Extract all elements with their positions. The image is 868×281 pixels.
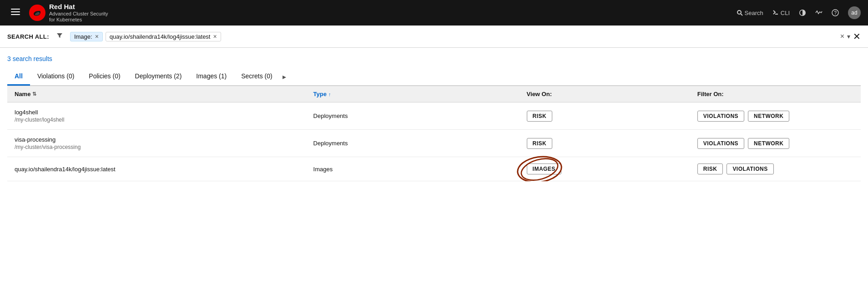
cli-button[interactable]: CLI (772, 10, 790, 16)
search-all-label: SEARCH ALL: (7, 33, 49, 40)
th-name-label: Name (15, 91, 30, 97)
row2-path: /my-cluster/visa-processing (15, 144, 299, 150)
th-name: Name ⇅ (7, 86, 306, 102)
row3-filteron-cell: RISK VIOLATIONS (690, 157, 861, 181)
row2-filteron-cell: VIOLATIONS NETWORK (690, 130, 861, 157)
row3-type: Images (313, 166, 333, 173)
row3-images-button[interactable]: IMAGES (527, 163, 561, 174)
row2-type: Deployments (313, 140, 348, 147)
th-filter-on-label: Filter On: (697, 91, 724, 97)
tab-more-button[interactable]: ▸ (280, 69, 289, 85)
row1-name-cell: log4shell /my-cluster/log4shell (7, 102, 306, 130)
search-bar: SEARCH ALL: Image: × quay.io/shailendra1… (0, 26, 868, 48)
brand-title: Red Hat (49, 3, 108, 11)
row1-type-cell: Deployments (306, 102, 520, 130)
table-row: log4shell /my-cluster/log4shell Deployme… (7, 102, 861, 130)
chip-value-close[interactable]: × (212, 33, 217, 40)
svg-rect-2 (11, 14, 20, 15)
topnav-actions: Search CLI ? ad (737, 6, 861, 19)
type-sort-icon[interactable]: ↑ (328, 92, 331, 97)
table-row: visa-processing /my-cluster/visa-process… (7, 130, 861, 157)
table-row: quay.io/shailendra14k/log4jissue:latest … (7, 157, 861, 181)
row1-name: log4shell (15, 109, 299, 116)
search-button[interactable]: Search (737, 10, 763, 16)
theme-toggle[interactable] (799, 9, 806, 16)
searchbar-clear-button[interactable]: × (840, 32, 844, 41)
row1-risk-button[interactable]: RISK (527, 111, 553, 122)
svg-line-5 (741, 14, 742, 16)
brand-subtitle2: for Kubernetes (49, 17, 108, 23)
brand-text: Red Hat Advanced Cluster Security for Ku… (49, 3, 108, 23)
row1-filteron-cell: VIOLATIONS NETWORK (690, 102, 861, 130)
row1-type: Deployments (313, 112, 348, 119)
row2-name: visa-processing (15, 136, 299, 143)
th-view-on-label: View On: (527, 91, 552, 97)
chip-filter-label: Image: (74, 33, 92, 40)
row2-violations-button[interactable]: VIOLATIONS (697, 138, 744, 149)
row1-violations-button[interactable]: VIOLATIONS (697, 111, 744, 122)
row2-network-button[interactable]: NETWORK (748, 138, 789, 149)
results-table: Name ⇅ Type ↑ View On: Filter On: (7, 86, 861, 181)
chip-image-filter: Image: × (70, 32, 103, 41)
redhat-logo (29, 5, 45, 21)
row3-violations-button[interactable]: VIOLATIONS (727, 163, 773, 174)
row2-name-cell: visa-processing /my-cluster/visa-process… (7, 130, 306, 157)
searchbar-actions: × ▾ ✕ (840, 31, 861, 42)
activity-icon[interactable] (815, 9, 823, 16)
results-section: 3 search results All Violations (0) Poli… (0, 48, 868, 181)
row3-risk-button[interactable]: RISK (697, 163, 723, 174)
th-filter-on: Filter On: (690, 86, 861, 102)
row2-risk-button[interactable]: RISK (527, 138, 553, 149)
avatar[interactable]: ad (848, 6, 861, 19)
th-type-label: Type (313, 91, 327, 97)
svg-text:?: ? (834, 10, 837, 15)
tab-deployments[interactable]: Deployments (2) (128, 68, 189, 86)
chip-filter-close[interactable]: × (94, 33, 99, 40)
help-button[interactable]: ? (832, 9, 839, 16)
tab-images[interactable]: Images (1) (189, 68, 234, 86)
row3-viewon-cell: IMAGES (520, 157, 690, 181)
svg-rect-1 (11, 11, 20, 12)
tab-policies[interactable]: Policies (0) (81, 68, 127, 86)
tab-violations[interactable]: Violations (0) (30, 68, 81, 86)
th-view-on: View On: (520, 86, 690, 102)
brand-subtitle1: Advanced Cluster Security (49, 11, 108, 17)
row3-name: quay.io/shailendra14k/log4jissue:latest (15, 166, 299, 173)
svg-rect-0 (11, 9, 20, 10)
row3-name-cell: quay.io/shailendra14k/log4jissue:latest (7, 157, 306, 181)
svg-point-4 (737, 10, 741, 14)
searchbar-close-button[interactable]: ✕ (853, 31, 861, 42)
filter-icon-button[interactable] (55, 31, 65, 41)
row2-type-cell: Deployments (306, 130, 520, 157)
tab-secrets[interactable]: Secrets (0) (234, 68, 279, 86)
searchbar-dropdown-button[interactable]: ▾ (847, 33, 850, 40)
row3-type-cell: Images (306, 157, 520, 181)
row2-viewon-cell: RISK (520, 130, 690, 157)
row1-viewon-cell: RISK (520, 102, 690, 130)
search-chips: Image: × quay.io/shailendra14k/log4jissu… (70, 32, 835, 41)
chip-value-text: quay.io/shailendra14k/log4jissue:latest (110, 33, 211, 40)
chip-image-value: quay.io/shailendra14k/log4jissue:latest … (106, 32, 221, 41)
tab-all[interactable]: All (7, 68, 30, 86)
hamburger-menu[interactable] (7, 5, 24, 20)
cli-label: CLI (781, 10, 790, 16)
name-sort-icon[interactable]: ⇅ (32, 91, 36, 97)
th-type: Type ↑ (306, 86, 520, 102)
brand: Red Hat Advanced Cluster Security for Ku… (29, 3, 108, 23)
results-count: 3 search results (7, 55, 861, 62)
row1-network-button[interactable]: NETWORK (748, 111, 789, 122)
results-tabs: All Violations (0) Policies (0) Deployme… (7, 68, 861, 86)
search-label: Search (745, 10, 763, 16)
row1-path: /my-cluster/log4shell (15, 117, 299, 123)
top-navigation: Red Hat Advanced Cluster Security for Ku… (0, 0, 868, 26)
